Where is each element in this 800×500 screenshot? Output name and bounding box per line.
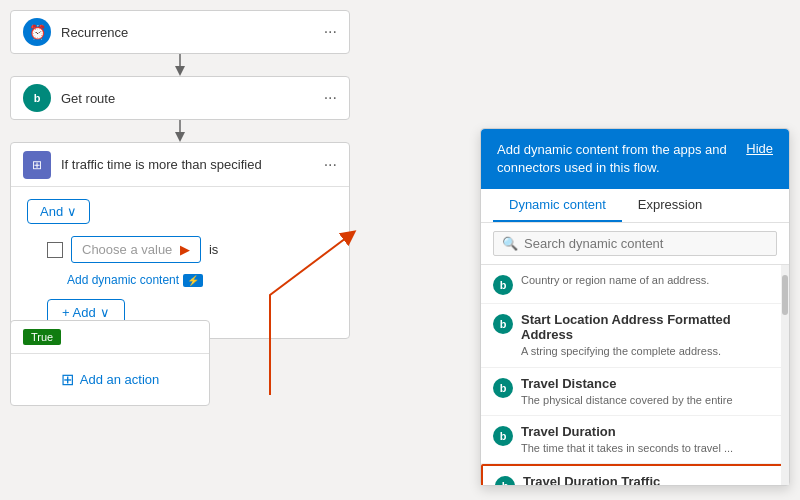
connector-1 xyxy=(10,54,350,76)
tab-expression[interactable]: Expression xyxy=(622,189,718,222)
bing-icon-small: b xyxy=(493,378,513,398)
item-title-2: Travel Distance xyxy=(521,376,777,391)
search-box: 🔍 xyxy=(481,223,789,265)
true-header: True xyxy=(11,321,209,354)
bing-b-small-icon: b xyxy=(500,279,507,291)
bing-icon-small: b xyxy=(493,275,513,295)
bing-icon-small: b xyxy=(495,476,515,485)
content-list: b Country or region name of an address. … xyxy=(481,265,789,485)
condition-label: If traffic time is more than specified xyxy=(61,157,324,172)
item-title-1: Start Location Address Formatted Address xyxy=(521,312,777,342)
item-desc-3: The time that it takes in seconds to tra… xyxy=(521,441,777,455)
is-label: is xyxy=(209,242,218,257)
item-title-3: Travel Duration xyxy=(521,424,777,439)
choose-value-text: Choose a value xyxy=(82,242,172,257)
item-text-4: Travel Duration Traffic The time that it… xyxy=(523,474,775,485)
list-item[interactable]: b Start Location Address Formatted Addre… xyxy=(481,304,789,367)
clock-icon: ⏰ xyxy=(29,24,46,40)
add-dynamic-link[interactable]: Add dynamic content ⚡ xyxy=(27,273,333,287)
condition-checkbox[interactable] xyxy=(47,242,63,258)
true-block: True ⊞ Add an action xyxy=(10,320,210,406)
svg-marker-1 xyxy=(175,66,185,76)
dynamic-badge: ⚡ xyxy=(183,274,203,287)
bing-b-icon: b xyxy=(34,92,41,104)
condition-body: And ∨ Choose a value ▶ is Add dynamic co… xyxy=(11,187,349,338)
dynamic-tabs: Dynamic content Expression xyxy=(481,189,789,223)
choose-value-input[interactable]: Choose a value ▶ xyxy=(71,236,201,263)
recurrence-step[interactable]: ⏰ Recurrence ··· xyxy=(10,10,350,54)
list-item[interactable]: b Travel Duration The time that it takes… xyxy=(481,416,789,464)
add-action-link[interactable]: ⊞ Add an action xyxy=(61,370,160,389)
item-text-3: Travel Duration The time that it takes i… xyxy=(521,424,777,455)
item-desc-0: Country or region name of an address. xyxy=(521,273,777,287)
get-route-step[interactable]: b Get route ··· xyxy=(10,76,350,120)
list-item[interactable]: b Country or region name of an address. xyxy=(481,265,789,304)
add-chevron-icon: ∨ xyxy=(100,305,110,320)
condition-menu-icon[interactable]: ··· xyxy=(324,156,337,174)
and-label: And xyxy=(40,204,63,219)
add-action-icon: ⊞ xyxy=(61,370,74,389)
list-item-selected[interactable]: b Travel Duration Traffic The time that … xyxy=(481,464,789,485)
main-canvas: ⏰ Recurrence ··· b Get route ··· xyxy=(0,0,800,500)
search-icon: 🔍 xyxy=(502,236,518,251)
search-input[interactable] xyxy=(524,236,768,251)
flow-area: ⏰ Recurrence ··· b Get route ··· xyxy=(10,10,350,339)
scrollbar-thumb[interactable] xyxy=(782,275,788,315)
connector-2 xyxy=(10,120,350,142)
tab-dynamic-content[interactable]: Dynamic content xyxy=(493,189,622,222)
condition-icon: ⊞ xyxy=(23,151,51,179)
list-item[interactable]: b Travel Distance The physical distance … xyxy=(481,368,789,416)
get-route-label: Get route xyxy=(61,91,324,106)
dynamic-panel-header: Add dynamic content from the apps and co… xyxy=(481,129,789,189)
item-title-4: Travel Duration Traffic xyxy=(523,474,775,485)
hide-link[interactable]: Hide xyxy=(746,141,773,156)
svg-marker-3 xyxy=(175,132,185,142)
recurrence-label: Recurrence xyxy=(61,25,324,40)
bing-b-small-icon: b xyxy=(500,382,507,394)
true-badge: True xyxy=(23,329,61,345)
item-text-2: Travel Distance The physical distance co… xyxy=(521,376,777,407)
scrollbar[interactable] xyxy=(781,265,789,485)
condition-block: ⊞ If traffic time is more than specified… xyxy=(10,142,350,339)
search-input-wrapper: 🔍 xyxy=(493,231,777,256)
and-chevron-icon: ∨ xyxy=(67,204,77,219)
add-dynamic-text: Add dynamic content xyxy=(67,273,179,287)
item-desc-1: A string specifying the complete address… xyxy=(521,344,777,358)
condition-row: Choose a value ▶ is xyxy=(27,236,333,263)
condition-header[interactable]: ⊞ If traffic time is more than specified… xyxy=(11,143,349,187)
dynamic-panel: Add dynamic content from the apps and co… xyxy=(480,128,790,486)
dynamic-panel-header-text: Add dynamic content from the apps and co… xyxy=(497,141,746,177)
bing-b-small-icon: b xyxy=(502,480,509,485)
recurrence-menu-icon[interactable]: ··· xyxy=(324,23,337,41)
required-indicator: ▶ xyxy=(180,242,190,257)
bing-icon-small: b xyxy=(493,314,513,334)
get-route-menu-icon[interactable]: ··· xyxy=(324,89,337,107)
condition-sym-icon: ⊞ xyxy=(32,158,42,172)
and-button[interactable]: And ∨ xyxy=(27,199,90,224)
recurrence-icon: ⏰ xyxy=(23,18,51,46)
bing-b-small-icon: b xyxy=(500,430,507,442)
item-text-0: Country or region name of an address. xyxy=(521,273,777,287)
get-route-icon: b xyxy=(23,84,51,112)
bing-b-small-icon: b xyxy=(500,318,507,330)
item-text-1: Start Location Address Formatted Address… xyxy=(521,312,777,358)
true-body: ⊞ Add an action xyxy=(11,354,209,405)
add-action-label: Add an action xyxy=(80,372,160,387)
add-label: + Add xyxy=(62,305,96,320)
item-desc-2: The physical distance covered by the ent… xyxy=(521,393,777,407)
bing-icon-small: b xyxy=(493,426,513,446)
